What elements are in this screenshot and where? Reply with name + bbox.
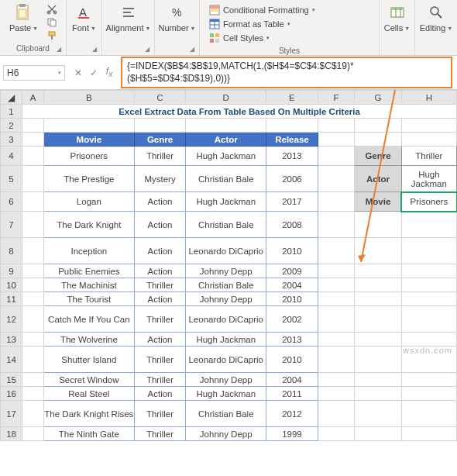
cell[interactable]	[401, 333, 456, 347]
table-cell[interactable]: 2017	[266, 192, 318, 212]
table-cell[interactable]: 2006	[266, 166, 318, 192]
editing-button[interactable]: Editing▼	[417, 2, 456, 34]
table-cell[interactable]: 2010	[266, 292, 318, 306]
lookup-value[interactable]: Thriller	[401, 147, 456, 166]
cell[interactable]	[401, 427, 456, 441]
cell[interactable]	[266, 119, 318, 133]
cell[interactable]	[44, 119, 135, 133]
col-header[interactable]: F	[318, 91, 354, 105]
format-painter-button[interactable]	[44, 29, 60, 42]
table-cell[interactable]: Johnny Depp	[186, 292, 266, 306]
cell[interactable]	[355, 373, 401, 387]
dialog-launcher-icon[interactable]: ◢	[57, 46, 64, 53]
table-cell[interactable]: Prisoners	[44, 147, 135, 166]
cell[interactable]	[355, 264, 401, 278]
col-header[interactable]: C	[134, 91, 186, 105]
cell[interactable]	[355, 278, 401, 292]
enter-icon[interactable]: ✓	[87, 66, 101, 80]
table-cell[interactable]: Thriller	[134, 401, 186, 427]
format-as-table-button[interactable]: Format as Table▾	[208, 17, 292, 30]
cell[interactable]	[318, 401, 354, 427]
row-header[interactable]: 9	[1, 264, 22, 278]
row-header[interactable]: 17	[1, 401, 22, 427]
table-cell[interactable]: 2011	[266, 387, 318, 401]
table-cell[interactable]: 2004	[266, 373, 318, 387]
table-cell[interactable]: Thriller	[134, 306, 186, 333]
table-cell[interactable]: Christian Bale	[186, 212, 266, 238]
table-cell[interactable]: Secret Window	[44, 373, 135, 387]
dialog-launcher-icon[interactable]: ◢	[92, 46, 100, 53]
cell[interactable]	[355, 238, 401, 264]
row-header[interactable]: 11	[1, 292, 22, 306]
table-cell[interactable]: Action	[134, 238, 186, 264]
cell[interactable]	[22, 119, 44, 133]
cell[interactable]	[318, 166, 354, 192]
cell[interactable]	[401, 373, 456, 387]
cell[interactable]	[318, 306, 354, 333]
cell[interactable]	[22, 427, 44, 441]
cell[interactable]	[22, 212, 44, 238]
table-cell[interactable]: Thriller	[134, 347, 186, 373]
table-cell[interactable]: Johnny Depp	[186, 427, 266, 441]
table-header[interactable]: Movie	[44, 133, 135, 147]
cell[interactable]	[355, 347, 401, 373]
row-header[interactable]: 16	[1, 387, 22, 401]
cell[interactable]	[401, 401, 456, 427]
table-cell[interactable]: Leonardo DiCaprio	[186, 306, 266, 333]
cell[interactable]	[355, 212, 401, 238]
cell[interactable]	[401, 119, 456, 133]
table-cell[interactable]: The Wolverine	[44, 333, 135, 347]
cut-button[interactable]	[44, 3, 60, 16]
cell[interactable]	[22, 401, 44, 427]
dialog-launcher-icon[interactable]: ◢	[145, 46, 153, 53]
table-cell[interactable]: Hugh Jackman	[186, 147, 266, 166]
col-header[interactable]: G	[355, 91, 401, 105]
cell[interactable]	[318, 373, 354, 387]
col-header[interactable]: B	[44, 91, 135, 105]
row-header[interactable]: 13	[1, 333, 22, 347]
row-header[interactable]: 5	[1, 166, 22, 192]
row-header[interactable]: 15	[1, 373, 22, 387]
table-cell[interactable]: Christian Bale	[186, 401, 266, 427]
table-cell[interactable]: Action	[134, 264, 186, 278]
table-cell[interactable]: The Dark Knight	[44, 212, 135, 238]
table-cell[interactable]: The Dark Knight Rises	[44, 401, 135, 427]
col-header[interactable]: D	[186, 91, 266, 105]
cell[interactable]	[22, 292, 44, 306]
cell[interactable]	[22, 133, 44, 147]
row-header[interactable]: 7	[1, 212, 22, 238]
row-header[interactable]: 2	[1, 119, 22, 133]
cells-button[interactable]: Cells▼	[381, 2, 413, 34]
table-cell[interactable]: Thriller	[134, 373, 186, 387]
table-cell[interactable]: Action	[134, 192, 186, 212]
cell[interactable]	[401, 387, 456, 401]
cell[interactable]	[318, 133, 354, 147]
table-header[interactable]: Actor	[186, 133, 266, 147]
cell[interactable]	[134, 119, 186, 133]
table-cell[interactable]: Inception	[44, 238, 135, 264]
cell[interactable]	[355, 292, 401, 306]
cell[interactable]	[318, 238, 354, 264]
cell[interactable]	[318, 292, 354, 306]
cell[interactable]	[22, 306, 44, 333]
cell[interactable]	[22, 166, 44, 192]
cell[interactable]	[318, 333, 354, 347]
cell[interactable]	[401, 292, 456, 306]
alignment-button[interactable]: Alignment▼	[103, 2, 154, 34]
col-header[interactable]: A	[22, 91, 44, 105]
row-header[interactable]: 10	[1, 278, 22, 292]
cell[interactable]	[355, 133, 401, 147]
cell[interactable]	[22, 264, 44, 278]
table-cell[interactable]: Leonardo DiCaprio	[186, 347, 266, 373]
table-cell[interactable]: 2002	[266, 306, 318, 333]
copy-button[interactable]	[44, 16, 60, 29]
row-header[interactable]: 18	[1, 427, 22, 441]
cell[interactable]	[22, 373, 44, 387]
cancel-icon[interactable]: ✕	[71, 66, 85, 80]
cell[interactable]	[401, 264, 456, 278]
cell[interactable]	[318, 387, 354, 401]
table-cell[interactable]: 2012	[266, 401, 318, 427]
dialog-launcher-icon[interactable]: ◢	[190, 46, 198, 53]
table-cell[interactable]: Public Enemies	[44, 264, 135, 278]
row-header[interactable]: 3	[1, 133, 22, 147]
